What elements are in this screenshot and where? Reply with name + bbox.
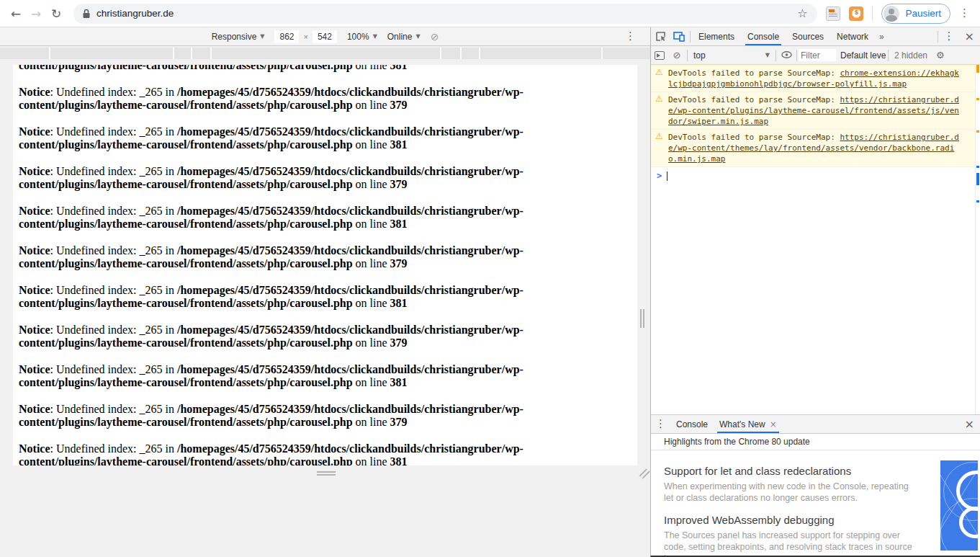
forward-icon[interactable]: → [26,4,46,24]
viewport-resize-handle-right[interactable] [640,309,646,328]
php-notice: Notice: Undefined index: _265 in /homepa… [19,403,631,429]
no-throttling-icon: ⊘ [431,31,439,43]
more-tabs-icon[interactable]: » [875,32,889,42]
log-levels-select[interactable]: Default leve [840,50,886,61]
devtools-tabbar: Elements Console Sources Network » ⋮ × [651,27,980,46]
chevron-down-icon: ▼ [765,52,770,58]
tab-close-icon[interactable]: × [770,419,777,429]
devtools-panel: Elements Console Sources Network » ⋮ × ⊘… [650,27,980,557]
toolbar-separator [938,31,938,43]
devtools-menu-icon[interactable]: ⋮ [940,31,959,42]
tab-console[interactable]: Console [741,27,786,45]
back-icon[interactable]: ← [6,4,26,24]
whats-new-header: Highlights from the Chrome 80 update [651,434,980,450]
php-notice: Notice: Undefined index: _265 in /homepa… [19,125,631,151]
warning-icon: ⚠ [655,67,663,77]
drawer-tab-whats-new[interactable]: What's New × [714,415,783,433]
reload-icon[interactable]: ↻ [46,4,66,24]
device-toolbar: Responsive▼ × 100%▼ Online▼ ⊘ ⋮ [0,27,650,46]
strip-segment [50,48,173,59]
console-sidebar-icon[interactable] [655,51,665,60]
extension-shield-icon[interactable] [849,6,863,21]
strip-segment [0,48,49,59]
console-scroll-marker-track[interactable] [975,65,980,414]
drawer-close-icon[interactable]: × [959,417,980,431]
emulated-page[interactable]: Notice: Undefined index: _265 in /homepa… [13,65,637,465]
strip-segment [480,48,601,59]
console-warning-row: ⚠ DevTools failed to parse SourceMap: ht… [651,92,975,130]
chevron-down-icon: ▼ [373,33,377,40]
toolbar-separator [776,50,776,61]
browser-menu-icon[interactable]: ⋮ [955,8,974,19]
execution-context-select[interactable]: top ▼ [689,50,774,61]
dimension-separator: × [303,32,307,41]
devtools-drawer: ⋮ Console What's New × × Highlights from… [651,414,980,556]
strip-segment [603,48,650,59]
profile-button[interactable]: Pausiert [881,4,950,24]
drawer-tabbar: ⋮ Console What's New × × [651,415,980,434]
toggle-device-toolbar-icon[interactable] [670,27,688,45]
php-notice: Notice: Undefined index: _265 in /homepa… [19,205,631,231]
avatar [884,6,899,22]
lock-icon [82,9,91,19]
address-bar[interactable]: christiangruber.de ☆ [73,4,817,24]
drawer-menu-icon[interactable]: ⋮ [651,419,670,429]
profile-label: Pausiert [905,8,941,19]
notice-list: Notice: Undefined index: _265 in /homepa… [13,65,637,465]
zoom-select[interactable]: 100%▼ [347,32,377,42]
chrome-80-artwork [940,460,978,551]
viewport-width-input[interactable] [274,30,299,43]
toolbar-separator [796,50,797,61]
strip-segment [212,48,440,59]
console-warning-row: ⚠ DevTools failed to parse SourceMap: ch… [651,65,975,92]
viewport-resize-handle-corner[interactable] [638,468,649,479]
tab-elements[interactable]: Elements [692,27,741,45]
console-prompt[interactable]: > [651,167,975,181]
toolbar-separator [872,6,873,21]
php-notice: Notice: Undefined index: _265 in /homepa… [19,244,631,270]
url-text[interactable]: christiangruber.de [96,8,794,19]
prompt-chevron-icon: > [657,171,662,181]
text-cursor [667,171,667,181]
viewport-height-input[interactable] [313,30,337,43]
php-notice: Notice: Undefined index: _265 in /homepa… [19,165,631,191]
console-toolbar: ⊘ top ▼ Default leve 2 hidden [651,46,980,65]
whats-new-section-title[interactable]: Support for let and class redeclarations [664,465,980,477]
toolbar-separator [690,31,691,43]
inspect-element-icon[interactable] [651,27,670,45]
bookmark-star-icon[interactable]: ☆ [794,6,810,20]
php-notice: Notice: Undefined index: _265 in /homepa… [19,363,631,389]
viewport-top-strip [0,48,650,59]
throttling-select[interactable]: Online▼ [387,32,421,42]
strip-segment [174,48,191,59]
browser-toolbar: ← → ↻ christiangruber.de ☆ Pausiert ⋮ [0,0,980,27]
whats-new-content: Support for let and class redeclarations… [651,450,980,556]
warning-icon: ⚠ [655,94,663,104]
live-expression-eye-icon[interactable] [778,50,795,61]
browser-window: ← → ↻ christiangruber.de ☆ Pausiert ⋮ Re… [0,0,980,557]
hidden-messages-count[interactable]: 2 hidden [894,50,927,61]
whats-new-section-title[interactable]: Improved WebAssembly debugging [664,514,980,526]
extension-newspaper-icon[interactable] [826,6,840,21]
tab-network[interactable]: Network [830,27,875,45]
php-notice: Notice: Undefined index: _265 in /homepa… [19,86,631,112]
emulation-pane: Responsive▼ × 100%▼ Online▼ ⊘ ⋮ [0,27,650,557]
whats-new-section-body: When experimenting with new code in the … [664,481,917,504]
viewport-resize-handle-bottom[interactable] [317,471,336,477]
strip-segment [462,48,479,59]
chevron-down-icon: ▼ [415,33,420,40]
device-toolbar-menu-icon[interactable]: ⋮ [621,31,640,42]
strip-segment [441,48,460,59]
drawer-tab-console[interactable]: Console [670,415,714,433]
console-filter-input[interactable] [799,49,836,61]
device-mode-select[interactable]: Responsive▼ [212,32,265,42]
console-messages-area: ⚠ DevTools failed to parse SourceMap: ch… [651,65,980,414]
clear-console-icon[interactable]: ⊘ [668,50,685,61]
toolbar-separator [888,50,889,61]
console-settings-gear-icon[interactable]: ⚙ [932,50,949,61]
strip-segment [192,48,210,59]
tab-sources[interactable]: Sources [786,27,830,45]
console-warning-row: ⚠ DevTools failed to parse SourceMap: ht… [651,130,975,167]
devtools-close-icon[interactable]: × [959,30,980,43]
warning-icon: ⚠ [655,131,663,141]
